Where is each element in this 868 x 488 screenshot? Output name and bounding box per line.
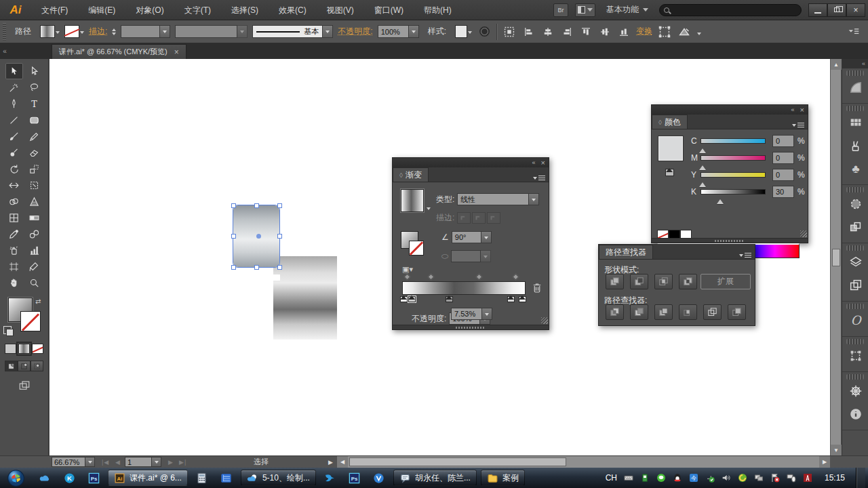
brush-definition-dropdown[interactable]	[323, 25, 333, 38]
stroke-width-stepper[interactable]	[112, 26, 116, 37]
gradient-tool[interactable]	[26, 209, 43, 226]
opacity-dropdown[interactable]	[409, 25, 419, 38]
brush-definition-field[interactable]: 基本	[252, 25, 323, 38]
pathfinder-trim-button[interactable]	[630, 304, 648, 320]
gradient-mode-button[interactable]	[18, 344, 30, 354]
cyan-value-field[interactable]: 0	[772, 135, 794, 147]
panel-drag-strip[interactable]	[393, 325, 549, 329]
color-mode-button[interactable]	[5, 344, 16, 354]
dock-group-grip[interactable]	[846, 187, 864, 192]
menu-item-2[interactable]: 编辑(E)	[78, 0, 125, 20]
vertical-scrollbar[interactable]: ▲ ▼	[830, 59, 841, 455]
hand-tool[interactable]	[5, 274, 23, 291]
selection-handle[interactable]	[231, 203, 236, 208]
paintbrush-tool[interactable]	[5, 128, 23, 144]
horizontal-align-right-icon[interactable]	[559, 24, 574, 39]
gradient-midpoint-marker[interactable]	[513, 274, 519, 281]
chevron-down-icon[interactable]	[468, 31, 472, 36]
scroll-up-icon[interactable]: ▲	[831, 59, 842, 70]
k-circle-icon[interactable]: K	[59, 470, 79, 486]
v-app-icon[interactable]	[369, 470, 389, 486]
selection-handle[interactable]	[254, 265, 259, 270]
arrange-documents-icon[interactable]	[575, 3, 595, 17]
tab-pathfinder[interactable]: 路径查找器	[599, 245, 653, 259]
swap-fill-stroke-icon[interactable]: ⇄	[35, 298, 41, 305]
close-tab-icon[interactable]: ×	[174, 47, 179, 57]
show-desktop-button[interactable]	[856, 468, 865, 488]
panel-menu-icon[interactable]	[792, 121, 804, 129]
zoom-dropdown[interactable]	[85, 457, 95, 467]
chevron-down-icon[interactable]	[80, 31, 84, 36]
gradient-preview-swatch[interactable]	[401, 189, 424, 212]
taskbar-clock[interactable]: 15:15	[818, 473, 852, 483]
vertical-scroll-thumb[interactable]	[832, 249, 840, 266]
gradient-stroke-proxy[interactable]	[409, 241, 424, 256]
gradient-midpoint-marker[interactable]	[475, 274, 482, 281]
rotate-tool[interactable]	[5, 161, 23, 177]
taskbar-task[interactable]: 5-10、绘制...	[241, 470, 316, 486]
horizontal-align-center-icon[interactable]	[540, 24, 555, 39]
stroke-color-proxy[interactable]	[20, 311, 41, 331]
selection-handle[interactable]	[231, 265, 236, 270]
chevron-down-icon[interactable]	[427, 207, 431, 212]
layers-diamond-icon[interactable]	[842, 251, 868, 274]
reverse-gradient-icon[interactable]: ▣▾	[402, 265, 413, 274]
collapse-panel-icon[interactable]: «	[791, 106, 795, 113]
gradient-midpoint-marker[interactable]	[404, 274, 411, 281]
artboard-dropdown[interactable]	[152, 457, 161, 467]
isolate-selection-icon[interactable]	[657, 24, 672, 39]
stop-position-dropdown[interactable]	[482, 308, 492, 320]
gradient-angle-field[interactable]: 90°	[452, 231, 481, 243]
gradient-type-field[interactable]: 线性	[457, 193, 529, 205]
brushes-icon[interactable]	[842, 134, 868, 157]
scale-tool[interactable]	[26, 161, 43, 177]
scroll-down-icon[interactable]: ▼	[831, 445, 842, 455]
panel-menu-icon[interactable]	[533, 174, 545, 182]
resize-grip[interactable]	[541, 317, 548, 324]
stop-position-field[interactable]: 7.53%	[451, 308, 482, 320]
wechat-icon[interactable]	[655, 472, 667, 484]
usb-drive-icon[interactable]	[639, 472, 651, 484]
qq-icon[interactable]	[671, 472, 684, 484]
profile-dropdown[interactable]	[237, 25, 248, 38]
tab-gradient[interactable]: ◊ 渐变	[393, 167, 429, 182]
stroke-panel-link[interactable]: 描边:	[89, 26, 107, 37]
screen-mode-icon[interactable]	[17, 380, 32, 392]
yellow-value-field[interactable]: 0	[772, 169, 794, 181]
gradient-stop[interactable]	[446, 296, 453, 302]
photoshop-icon[interactable]: Ps	[344, 470, 365, 486]
shape-mode-intersect-button[interactable]	[654, 274, 673, 289]
eyedropper-tool[interactable]	[5, 226, 23, 242]
taskbar-task[interactable]: Ai课件.ai* @ 6...	[108, 470, 188, 486]
document-setup-icon[interactable]	[477, 24, 492, 39]
mesh-tool[interactable]	[5, 209, 23, 226]
gradient-stop[interactable]	[507, 296, 515, 302]
pathfinder-minus-back-button[interactable]	[728, 304, 746, 320]
bridge-icon[interactable]: Br	[553, 3, 568, 17]
column-graph-tool[interactable]	[26, 242, 43, 258]
start-button[interactable]	[4, 468, 27, 487]
chevron-down-icon[interactable]	[56, 31, 60, 36]
pen-tool[interactable]	[5, 96, 23, 112]
letter-o-icon[interactable]: O	[842, 309, 868, 332]
info-icon[interactable]	[842, 403, 868, 426]
restore-button[interactable]	[827, 3, 846, 17]
dock-group-grip[interactable]	[846, 106, 864, 111]
zoom-level-field[interactable]: 66.67%	[52, 457, 85, 467]
minimize-button[interactable]	[808, 3, 827, 17]
search-box[interactable]	[659, 4, 802, 16]
direct-selection-tool[interactable]	[26, 63, 43, 79]
vertical-align-top-icon[interactable]	[578, 24, 593, 39]
cloud-app-icon[interactable]	[35, 470, 55, 486]
resize-grip[interactable]	[800, 230, 807, 237]
selection-handle[interactable]	[254, 203, 259, 208]
stroke-width-field[interactable]	[121, 25, 160, 38]
speaker-icon[interactable]	[720, 472, 732, 484]
pathfinder-crop-button[interactable]	[679, 304, 697, 320]
shape-mode-exclude-button[interactable]	[679, 274, 697, 289]
blend-tool[interactable]	[26, 226, 43, 242]
photoshop-icon[interactable]: Ps	[83, 470, 104, 486]
menu-item-1[interactable]: 文件(F)	[31, 0, 78, 20]
type-tool[interactable]: T	[26, 96, 43, 112]
gradient-panel-titlebar[interactable]: « ×	[393, 158, 549, 167]
